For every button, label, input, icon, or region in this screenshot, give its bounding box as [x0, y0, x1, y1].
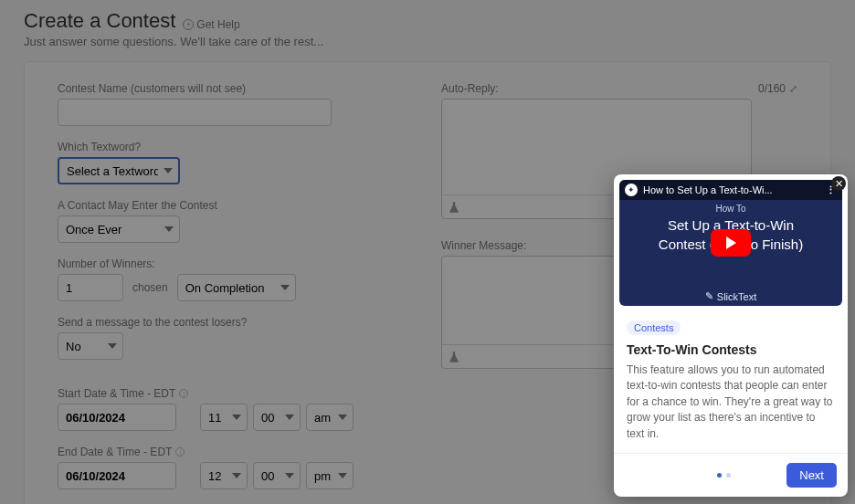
channel-avatar-icon: ✦	[625, 184, 638, 196]
help-popover: ✕ ✦ How to Set Up a Text-to-Wi... ⋮ How …	[614, 174, 848, 497]
auto-reply-counter: 0/160	[758, 82, 786, 95]
next-button[interactable]: Next	[786, 463, 837, 488]
video-overline: How To	[715, 204, 745, 214]
get-help-link[interactable]: + Get Help	[183, 18, 239, 31]
enter-frequency-select[interactable]: Once Ever	[58, 215, 180, 243]
pagination-dots	[717, 473, 731, 478]
textword-select[interactable]: Select a Textword	[58, 157, 180, 184]
dot-2[interactable]	[726, 473, 731, 478]
start-date-input[interactable]	[58, 404, 176, 431]
help-video-thumbnail[interactable]: ✦ How to Set Up a Text-to-Wi... ⋮ How To…	[619, 180, 842, 306]
chosen-text: chosen	[132, 281, 168, 294]
textword-label: Which Textword?	[58, 141, 414, 153]
winners-count-input[interactable]	[58, 274, 123, 301]
end-minute-select[interactable]: 00	[253, 462, 301, 489]
close-icon[interactable]: ✕	[831, 176, 846, 191]
video-brand: ✎ SlickText	[705, 290, 756, 302]
get-help-label: Get Help	[196, 18, 239, 31]
brand-icon: ✎	[705, 290, 713, 302]
flask-icon[interactable]	[448, 201, 460, 214]
help-card-description: This feature allows you to run automated…	[627, 362, 835, 442]
contest-name-label: Contest Name (customers will not see)	[58, 82, 414, 95]
end-date-input[interactable]	[58, 462, 176, 489]
info-icon: i	[179, 389, 188, 398]
losers-msg-select[interactable]: No	[58, 332, 123, 360]
left-column: Contest Name (customers will not see) Wh…	[58, 82, 414, 504]
end-hour-select[interactable]: 12	[200, 462, 248, 489]
plus-icon: +	[183, 19, 194, 30]
contest-name-input[interactable]	[58, 99, 332, 126]
video-bar-title: How to Set Up a Text-to-Wi...	[643, 184, 773, 195]
page-title: Create a Contest	[24, 9, 175, 33]
end-ampm-select[interactable]: pm	[306, 462, 354, 489]
winners-label: Number of Winners:	[58, 257, 414, 270]
winners-when-select[interactable]: On Completion	[177, 274, 296, 301]
losers-msg-label: Send a message to the contest losers?	[58, 316, 414, 329]
play-icon[interactable]	[711, 229, 751, 257]
expand-icon[interactable]: ⤢	[789, 83, 797, 95]
info-icon: i	[175, 447, 185, 457]
start-minute-select[interactable]: 00	[253, 404, 301, 431]
dot-1[interactable]	[717, 473, 722, 478]
start-date-label: Start Date & Time - EDT i	[58, 387, 414, 400]
page-subtitle: Just answer some questions. We'll take c…	[24, 35, 831, 48]
start-hour-select[interactable]: 11	[200, 404, 248, 431]
end-date-label: End Date & Time - EDT i	[58, 446, 414, 458]
flask-icon[interactable]	[448, 351, 460, 363]
start-ampm-select[interactable]: am	[306, 404, 354, 431]
enter-frequency-label: A Contact May Enter the Contest	[58, 199, 414, 212]
help-card-title: Text-To-Win Contests	[627, 342, 835, 357]
help-tag: Contests	[627, 320, 681, 335]
auto-reply-label: Auto-Reply:	[441, 82, 499, 95]
